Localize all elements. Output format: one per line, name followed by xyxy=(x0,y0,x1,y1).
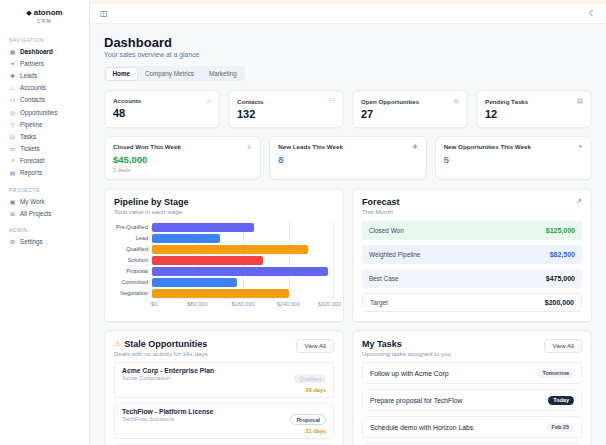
stale-opportunities-list: Acme Corp - Enterprise Plan Acme Corpora… xyxy=(114,362,334,445)
chart-bar xyxy=(152,245,308,254)
stat-card-pending-tasks: Pending Tasks▤ 12 xyxy=(476,90,592,128)
forecast-label: Best Case xyxy=(369,275,398,282)
sidebar: ◆atonom CRM Navigation ▦Dashboard ⚭Partn… xyxy=(0,0,90,445)
opportunity-row-acme[interactable]: Acme Corp - Enterprise Plan Acme Corpora… xyxy=(114,362,334,398)
chart-plot-area xyxy=(152,222,334,299)
stat-label: Open Opportunities xyxy=(361,98,419,105)
user-plus-icon: ✚ xyxy=(9,72,16,79)
sidebar-item-partners[interactable]: ⚭Partners xyxy=(0,57,89,69)
chart-bar xyxy=(152,256,263,265)
page-subtitle: Your sales overview at a glance xyxy=(104,51,592,58)
user-plus-icon: ✚ xyxy=(412,143,417,151)
sidebar-item-tasks[interactable]: ☑Tasks xyxy=(0,130,89,142)
sidebar-item-dashboard[interactable]: ▦Dashboard xyxy=(0,45,89,57)
forecast-value: $200,000 xyxy=(545,299,574,306)
trophy-icon: ♕ xyxy=(247,143,253,151)
forecast-label: Closed Won xyxy=(369,227,404,234)
stage-badge: Proposal xyxy=(290,414,326,425)
chart-bar xyxy=(152,278,237,287)
task-row-schedule-demo[interactable]: Schedule demo with Horizon Labs Feb 25 xyxy=(362,416,582,438)
sidebar-item-leads[interactable]: ✚Leads xyxy=(0,69,89,81)
sidebar-item-label: Partners xyxy=(20,60,44,67)
tab-company-metrics[interactable]: Company Metrics xyxy=(138,68,201,80)
forecast-row-closed-won: Closed Won $125,000 xyxy=(362,221,582,240)
sidebar-item-label: Forecast xyxy=(20,157,45,164)
sidebar-toggle-icon[interactable]: ◫ xyxy=(100,10,108,18)
chart-tick-label: $160,000 xyxy=(232,301,255,307)
clipboard-icon: ▤ xyxy=(577,97,583,105)
sidebar-item-accounts[interactable]: ⌂Accounts xyxy=(0,82,89,94)
sidebar-item-label: My Work xyxy=(20,198,45,205)
dashboard-content: Dashboard Your sales overview at a glanc… xyxy=(90,24,606,445)
funnel-icon: ▽ xyxy=(9,121,16,128)
app-root: ◆atonom CRM Navigation ▦Dashboard ⚭Partn… xyxy=(0,0,606,445)
chart-x-axis: $0 $80,000 $160,000 $240,000 $320,000 xyxy=(152,301,334,309)
opportunity-row-techflow[interactable]: TechFlow - Platform License TechFlow Sol… xyxy=(114,403,334,439)
view-all-button[interactable]: View All xyxy=(544,339,582,353)
grid-icon: ▦ xyxy=(9,48,16,55)
panel-title: Forecast xyxy=(362,197,400,207)
chart-category-label: Committed xyxy=(114,277,152,288)
stat-label: Contacts xyxy=(237,98,263,105)
opportunity-title: TechFlow - Platform License xyxy=(122,408,214,415)
my-tasks-panel: My Tasks Upcoming tasks assigned to you … xyxy=(352,330,592,445)
bottom-panels-row: ⚠ Stale Opportunities Deals with no acti… xyxy=(104,330,592,445)
users-icon: ⚇ xyxy=(329,97,335,105)
stat-card-contacts: Contacts⚇ 132 xyxy=(228,90,344,128)
sidebar-item-label: Tasks xyxy=(20,133,36,140)
stat-label: New Opportunities This Week xyxy=(444,143,531,150)
pipeline-bar-chart: Pre-Qualified Lead Qualified Solution Pr… xyxy=(114,222,334,309)
target-icon: ◎ xyxy=(9,109,16,116)
sidebar-item-tickets[interactable]: ▭Tickets xyxy=(0,143,89,155)
stat-value: 12 xyxy=(485,108,583,120)
chart-tick-label: $0 xyxy=(151,301,157,307)
due-badge: Tomorrow xyxy=(538,369,574,378)
chart-tick-label: $240,000 xyxy=(277,301,300,307)
stat-value: 27 xyxy=(361,108,459,120)
logo-icon: ◆ xyxy=(26,9,31,16)
main-area: ◫ ☾ Dashboard Your sales overview at a g… xyxy=(90,0,606,445)
forecast-row-best-case: Best Case $475,000 xyxy=(362,269,582,288)
sidebar-item-label: Settings xyxy=(20,238,43,245)
briefcase-icon: ▣ xyxy=(9,198,16,205)
theme-toggle-icon[interactable]: ☾ xyxy=(589,10,596,18)
task-row-prepare-proposal[interactable]: Prepare proposal for TechFlow Today xyxy=(362,389,582,411)
sidebar-item-reports[interactable]: ▤Reports xyxy=(0,167,89,179)
warning-icon: ⚠ xyxy=(114,339,121,348)
tab-home[interactable]: Home xyxy=(106,68,138,80)
sidebar-item-pipeline[interactable]: ▽Pipeline xyxy=(0,118,89,130)
panel-subtitle: Upcoming tasks assigned to you xyxy=(362,350,451,357)
view-all-button[interactable]: View All xyxy=(296,339,334,353)
sidebar-item-label: Accounts xyxy=(20,84,46,91)
chart-bar xyxy=(152,223,254,232)
chart-category-label: Solution xyxy=(114,255,152,266)
sidebar-section-projects: Projects xyxy=(0,179,89,195)
sidebar-item-forecast[interactable]: ↗Forecast xyxy=(0,155,89,167)
tab-marketing[interactable]: Marketing xyxy=(202,68,244,80)
opportunity-company: TechFlow Solutions xyxy=(122,416,214,422)
sidebar-item-opportunities[interactable]: ◎Opportunities xyxy=(0,106,89,118)
sidebar-item-my-work[interactable]: ▣My Work xyxy=(0,195,89,207)
task-row-follow-up-acme[interactable]: Follow up with Acme Corp Tomorrow xyxy=(362,362,582,384)
stat-value: 5 xyxy=(444,154,583,165)
sidebar-item-label: Tickets xyxy=(20,145,40,152)
chart-category-label: Negotiation xyxy=(114,288,152,299)
forecast-row-target: Target $200,000 xyxy=(362,293,582,312)
sidebar-item-label: Pipeline xyxy=(20,121,42,128)
due-badge: Feb 25 xyxy=(547,423,574,432)
forecast-rows: Closed Won $125,000 Weighted Pipeline $8… xyxy=(362,221,582,312)
forecast-value: $125,000 xyxy=(546,227,575,234)
sidebar-item-label: All Projects xyxy=(20,210,52,217)
stat-value: 8 xyxy=(278,154,417,165)
forecast-value: $475,000 xyxy=(546,275,575,282)
folder-icon: ⊞ xyxy=(9,210,16,217)
sidebar-item-all-projects[interactable]: ⊞All Projects xyxy=(0,207,89,219)
opportunity-title: Acme Corp - Enterprise Plan xyxy=(122,367,214,374)
page-title: Dashboard xyxy=(104,35,592,50)
sidebar-item-settings[interactable]: ⚙Settings xyxy=(0,235,89,247)
forecast-label: Target xyxy=(370,299,388,306)
sidebar-item-contacts[interactable]: ⚇Contacts xyxy=(0,94,89,106)
opportunity-company: Acme Corporation xyxy=(122,375,214,381)
stat-label: Closed Won This Week xyxy=(113,143,181,150)
chart-category-label: Qualified xyxy=(114,244,152,255)
